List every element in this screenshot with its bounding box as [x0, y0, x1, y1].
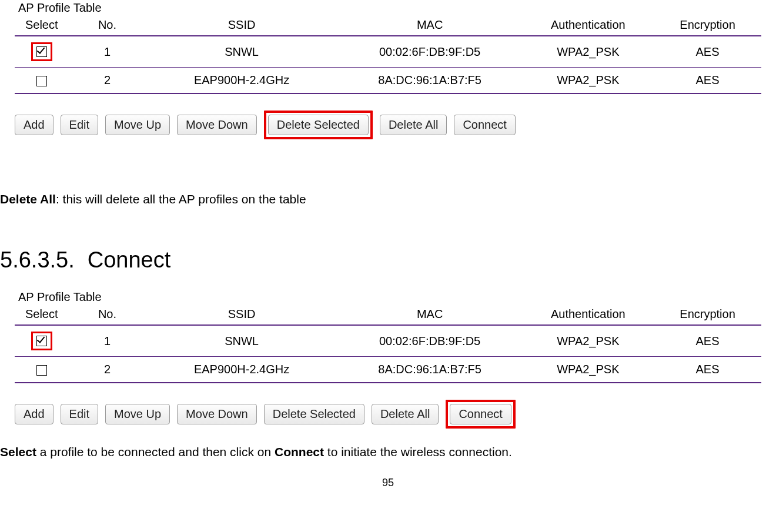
th-ssid: SSID [146, 16, 337, 36]
connect-button[interactable]: Connect [450, 404, 511, 424]
cell-enc: AES [654, 68, 761, 94]
highlight-box [31, 42, 52, 61]
cell-no: 2 [68, 357, 146, 383]
cell-ssid: EAP900H-2.4GHz [146, 357, 337, 383]
add-button[interactable]: Add [15, 404, 53, 424]
th-no: No. [68, 305, 146, 325]
cell-auth: WPA2_PSK [523, 68, 654, 94]
edit-button[interactable]: Edit [61, 115, 98, 135]
button-row: Add Edit Move Up Move Down Delete Select… [15, 111, 761, 139]
table-row: 1 SNWL 00:02:6F:DB:9F:D5 WPA2_PSK AES [15, 36, 761, 68]
th-mac: MAC [337, 16, 523, 36]
cell-mac: 8A:DC:96:1A:B7:F5 [337, 357, 523, 383]
ap-profile-table: Select No. SSID MAC Authentication Encry… [15, 16, 761, 94]
delete-all-button[interactable]: Delete All [372, 404, 439, 424]
th-auth: Authentication [523, 16, 654, 36]
cell-no: 1 [68, 36, 146, 68]
text: a profile to be connected and then click… [36, 445, 275, 459]
row-select-checkbox[interactable] [36, 365, 47, 376]
table-title: AP Profile Table [18, 290, 761, 304]
th-auth: Authentication [523, 305, 654, 325]
edit-button[interactable]: Edit [61, 404, 98, 424]
ap-profile-screenshot-2: AP Profile Table Select No. SSID MAC Aut… [0, 290, 776, 429]
cell-enc: AES [654, 357, 761, 383]
connect-button[interactable]: Connect [454, 115, 516, 135]
delete-selected-button[interactable]: Delete Selected [264, 404, 364, 424]
cell-ssid: EAP900H-2.4GHz [146, 68, 337, 94]
ap-profile-screenshot-1: AP Profile Table Select No. SSID MAC Aut… [0, 1, 776, 139]
th-enc: Encryption [654, 305, 761, 325]
delete-all-button[interactable]: Delete All [380, 115, 447, 135]
bold-text: Connect [275, 445, 324, 459]
th-enc: Encryption [654, 16, 761, 36]
add-button[interactable]: Add [15, 115, 53, 135]
cell-auth: WPA2_PSK [523, 325, 654, 357]
button-row: Add Edit Move Up Move Down Delete Select… [15, 400, 761, 429]
move-down-button[interactable]: Move Down [177, 404, 257, 424]
th-ssid: SSID [146, 305, 337, 325]
move-up-button[interactable]: Move Up [105, 404, 170, 424]
delete-selected-button[interactable]: Delete Selected [268, 115, 369, 135]
section-number: 5.6.3.5. [0, 247, 75, 272]
cell-no: 1 [68, 325, 146, 357]
table-row: 2 EAP900H-2.4GHz 8A:DC:96:1A:B7:F5 WPA2_… [15, 68, 761, 94]
cell-mac: 8A:DC:96:1A:B7:F5 [337, 68, 523, 94]
cell-mac: 00:02:6F:DB:9F:D5 [337, 325, 523, 357]
move-down-button[interactable]: Move Down [177, 115, 257, 135]
cell-auth: WPA2_PSK [523, 357, 654, 383]
page-number: 95 [0, 477, 776, 489]
row-select-checkbox[interactable] [36, 336, 47, 346]
paragraph-connect: Select a profile to be connected and the… [0, 445, 776, 459]
cell-ssid: SNWL [146, 36, 337, 68]
cell-auth: WPA2_PSK [523, 36, 654, 68]
section-heading: 5.6.3.5.Connect [0, 247, 776, 273]
row-select-checkbox[interactable] [36, 46, 47, 57]
table-row: 1 SNWL 00:02:6F:DB:9F:D5 WPA2_PSK AES [15, 325, 761, 357]
highlight-box [31, 332, 52, 350]
move-up-button[interactable]: Move Up [105, 115, 170, 135]
highlight-box: Connect [446, 400, 516, 429]
th-no: No. [68, 16, 146, 36]
th-select: Select [15, 16, 68, 36]
highlight-box: Delete Selected [264, 111, 373, 139]
table-row: 2 EAP900H-2.4GHz 8A:DC:96:1A:B7:F5 WPA2_… [15, 357, 761, 383]
cell-no: 2 [68, 68, 146, 94]
row-select-checkbox[interactable] [36, 76, 47, 86]
table-title: AP Profile Table [18, 1, 761, 15]
bold-text: Delete All [0, 192, 56, 206]
paragraph-delete-all: Delete All: this will delete all the AP … [0, 192, 776, 206]
bold-text: Select [0, 445, 36, 459]
ap-profile-table: Select No. SSID MAC Authentication Encry… [15, 305, 761, 383]
section-title: Connect [88, 247, 171, 272]
cell-ssid: SNWL [146, 325, 337, 357]
text: to initiate the wireless connection. [324, 445, 512, 459]
th-mac: MAC [337, 305, 523, 325]
cell-mac: 00:02:6F:DB:9F:D5 [337, 36, 523, 68]
cell-enc: AES [654, 36, 761, 68]
th-select: Select [15, 305, 68, 325]
cell-enc: AES [654, 325, 761, 357]
text: : this will delete all the AP profiles o… [56, 192, 306, 206]
